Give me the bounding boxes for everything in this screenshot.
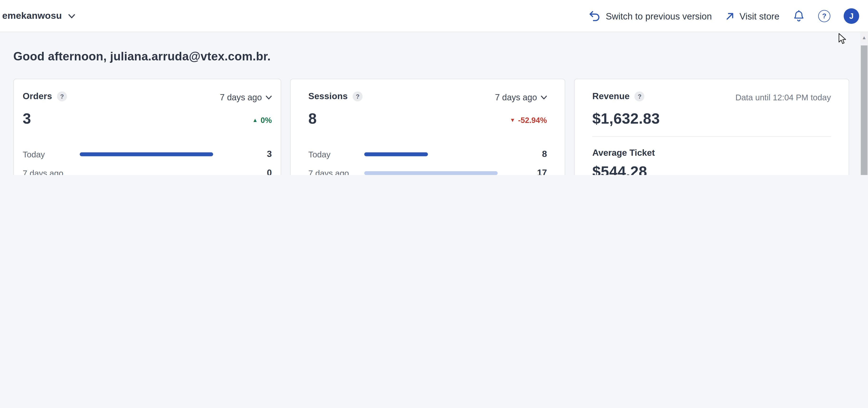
avatar[interactable]: J: [844, 8, 859, 24]
orders-delta: ▲ 0%: [252, 116, 272, 124]
arrow-up-right-icon: [725, 11, 735, 21]
average-ticket-value: $544.28: [592, 163, 647, 175]
switch-previous-version-button[interactable]: Switch to previous version: [589, 10, 712, 22]
triangle-up-icon: ▲: [252, 117, 258, 123]
sessions-row-label: 7 days ago: [308, 168, 364, 175]
sessions-row-value: 17: [537, 168, 547, 175]
dashboard-page: emekanwosu Switch to previous version Vi…: [0, 0, 868, 175]
page-scrollbar[interactable]: ▲ ▼: [860, 32, 868, 175]
orders-7days-bar: [80, 171, 267, 175]
revenue-data-until: Data until 12:04 PM today: [736, 92, 831, 102]
sessions-row-today: Today 8: [308, 150, 547, 158]
revenue-title: Revenue: [592, 91, 630, 101]
visit-store-button[interactable]: Visit store: [725, 11, 779, 21]
orders-period-label: 7 days ago: [220, 92, 262, 103]
average-ticket-label: Average Ticket: [592, 148, 655, 158]
topbar-actions: Switch to previous version Visit store ?…: [589, 0, 859, 32]
notifications-button[interactable]: [793, 10, 805, 23]
sessions-period-select[interactable]: 7 days ago: [495, 92, 547, 103]
orders-period-select[interactable]: 7 days ago: [220, 92, 272, 103]
revenue-help-icon[interactable]: ?: [635, 91, 645, 101]
help-button[interactable]: ?: [818, 10, 830, 22]
orders-row-label: Today: [23, 149, 80, 159]
orders-value: 3: [23, 110, 31, 127]
scrollbar-up-arrow[interactable]: ▲: [860, 35, 868, 40]
account-menu[interactable]: emekanwosu: [2, 0, 75, 32]
orders-row-label: 7 days ago: [23, 168, 80, 175]
sessions-delta-value: -52.94%: [518, 116, 547, 124]
sessions-7days-bar: [364, 171, 537, 175]
orders-today-bar: [80, 152, 267, 156]
mouse-cursor: [838, 33, 847, 45]
chevron-down-icon: [266, 95, 272, 100]
sessions-row-value: 8: [542, 149, 547, 159]
question-icon: ?: [822, 12, 827, 20]
page-title: Good afternoon, juliana.arruda@vtex.com.…: [13, 50, 271, 64]
visit-store-label: Visit store: [740, 11, 779, 21]
orders-row-value: 3: [267, 149, 272, 159]
bell-icon: [793, 10, 805, 23]
chevron-down-icon: [541, 95, 547, 100]
triangle-down-icon: ▼: [510, 117, 515, 123]
avatar-initial: J: [849, 12, 854, 21]
sessions-row-7days: 7 days ago 17: [308, 168, 547, 175]
revenue-card-header: Revenue ?: [592, 91, 645, 101]
scrollbar-thumb[interactable]: [861, 46, 868, 175]
sessions-delta: ▼ -52.94%: [510, 116, 547, 124]
topbar: emekanwosu Switch to previous version Vi…: [0, 0, 868, 32]
sessions-title: Sessions: [308, 91, 348, 101]
orders-title: Orders: [23, 91, 52, 101]
sessions-value: 8: [308, 110, 317, 127]
revenue-divider: [592, 136, 831, 137]
sessions-card: Sessions ? 7 days ago 8 ▼ -52.94% Today …: [290, 79, 565, 175]
account-name: emekanwosu: [2, 10, 62, 22]
orders-card-header: Orders ?: [23, 91, 67, 101]
orders-row-7days: 7 days ago 0: [23, 168, 272, 175]
sessions-row-label: Today: [308, 149, 364, 159]
orders-delta-value: 0%: [260, 116, 272, 124]
undo-icon: [589, 10, 601, 22]
orders-row-today: Today 3: [23, 150, 272, 158]
chevron-down-icon: [68, 13, 75, 19]
sessions-card-header: Sessions ?: [308, 91, 363, 101]
sessions-help-icon[interactable]: ?: [353, 91, 363, 101]
sessions-today-bar: [364, 152, 542, 156]
sessions-period-label: 7 days ago: [495, 92, 537, 103]
revenue-value: $1,632.83: [592, 110, 660, 127]
orders-help-icon[interactable]: ?: [57, 91, 67, 101]
switch-previous-version-label: Switch to previous version: [606, 11, 712, 21]
orders-row-value: 0: [267, 168, 272, 175]
orders-card: Orders ? 7 days ago 3 ▲ 0% Today 3 7 day…: [13, 79, 281, 175]
revenue-card: Revenue ? Data until 12:04 PM today $1,6…: [574, 79, 849, 175]
